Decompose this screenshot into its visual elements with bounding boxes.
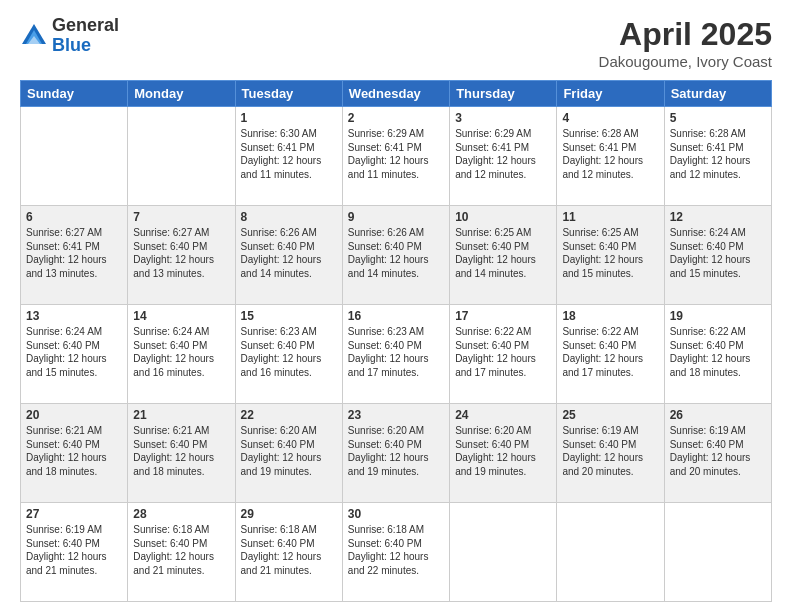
- day-info: Sunrise: 6:21 AM Sunset: 6:40 PM Dayligh…: [26, 424, 122, 478]
- calendar-cell: 27Sunrise: 6:19 AM Sunset: 6:40 PM Dayli…: [21, 503, 128, 602]
- header-sunday: Sunday: [21, 81, 128, 107]
- day-number: 11: [562, 210, 658, 224]
- day-number: 8: [241, 210, 337, 224]
- day-info: Sunrise: 6:25 AM Sunset: 6:40 PM Dayligh…: [562, 226, 658, 280]
- day-number: 24: [455, 408, 551, 422]
- day-info: Sunrise: 6:18 AM Sunset: 6:40 PM Dayligh…: [348, 523, 444, 577]
- calendar-cell: [128, 107, 235, 206]
- calendar-header-row: Sunday Monday Tuesday Wednesday Thursday…: [21, 81, 772, 107]
- day-info: Sunrise: 6:18 AM Sunset: 6:40 PM Dayligh…: [241, 523, 337, 577]
- day-info: Sunrise: 6:18 AM Sunset: 6:40 PM Dayligh…: [133, 523, 229, 577]
- calendar-cell: 9Sunrise: 6:26 AM Sunset: 6:40 PM Daylig…: [342, 206, 449, 305]
- calendar-cell: [557, 503, 664, 602]
- header-wednesday: Wednesday: [342, 81, 449, 107]
- day-number: 7: [133, 210, 229, 224]
- calendar-cell: 17Sunrise: 6:22 AM Sunset: 6:40 PM Dayli…: [450, 305, 557, 404]
- calendar-cell: 20Sunrise: 6:21 AM Sunset: 6:40 PM Dayli…: [21, 404, 128, 503]
- calendar-week-row-3: 13Sunrise: 6:24 AM Sunset: 6:40 PM Dayli…: [21, 305, 772, 404]
- day-info: Sunrise: 6:19 AM Sunset: 6:40 PM Dayligh…: [670, 424, 766, 478]
- logo: General Blue: [20, 16, 119, 56]
- day-info: Sunrise: 6:29 AM Sunset: 6:41 PM Dayligh…: [455, 127, 551, 181]
- calendar-cell: 19Sunrise: 6:22 AM Sunset: 6:40 PM Dayli…: [664, 305, 771, 404]
- day-info: Sunrise: 6:28 AM Sunset: 6:41 PM Dayligh…: [670, 127, 766, 181]
- day-info: Sunrise: 6:29 AM Sunset: 6:41 PM Dayligh…: [348, 127, 444, 181]
- calendar-week-row-1: 1Sunrise: 6:30 AM Sunset: 6:41 PM Daylig…: [21, 107, 772, 206]
- calendar-cell: 12Sunrise: 6:24 AM Sunset: 6:40 PM Dayli…: [664, 206, 771, 305]
- day-number: 9: [348, 210, 444, 224]
- day-info: Sunrise: 6:20 AM Sunset: 6:40 PM Dayligh…: [455, 424, 551, 478]
- title-block: April 2025 Dakougoume, Ivory Coast: [599, 16, 772, 70]
- day-info: Sunrise: 6:22 AM Sunset: 6:40 PM Dayligh…: [562, 325, 658, 379]
- day-number: 10: [455, 210, 551, 224]
- day-number: 19: [670, 309, 766, 323]
- calendar-cell: [664, 503, 771, 602]
- location-subtitle: Dakougoume, Ivory Coast: [599, 53, 772, 70]
- calendar-week-row-2: 6Sunrise: 6:27 AM Sunset: 6:41 PM Daylig…: [21, 206, 772, 305]
- day-number: 23: [348, 408, 444, 422]
- day-number: 12: [670, 210, 766, 224]
- day-number: 30: [348, 507, 444, 521]
- logo-text: General Blue: [52, 16, 119, 56]
- day-number: 6: [26, 210, 122, 224]
- calendar-cell: 11Sunrise: 6:25 AM Sunset: 6:40 PM Dayli…: [557, 206, 664, 305]
- day-number: 15: [241, 309, 337, 323]
- day-info: Sunrise: 6:23 AM Sunset: 6:40 PM Dayligh…: [241, 325, 337, 379]
- day-number: 27: [26, 507, 122, 521]
- calendar-cell: 2Sunrise: 6:29 AM Sunset: 6:41 PM Daylig…: [342, 107, 449, 206]
- day-number: 25: [562, 408, 658, 422]
- day-number: 26: [670, 408, 766, 422]
- day-number: 14: [133, 309, 229, 323]
- calendar-cell: 10Sunrise: 6:25 AM Sunset: 6:40 PM Dayli…: [450, 206, 557, 305]
- calendar-cell: 1Sunrise: 6:30 AM Sunset: 6:41 PM Daylig…: [235, 107, 342, 206]
- day-info: Sunrise: 6:22 AM Sunset: 6:40 PM Dayligh…: [670, 325, 766, 379]
- day-number: 4: [562, 111, 658, 125]
- logo-blue-text: Blue: [52, 36, 119, 56]
- header-tuesday: Tuesday: [235, 81, 342, 107]
- day-info: Sunrise: 6:20 AM Sunset: 6:40 PM Dayligh…: [241, 424, 337, 478]
- month-title: April 2025: [599, 16, 772, 53]
- calendar-cell: 29Sunrise: 6:18 AM Sunset: 6:40 PM Dayli…: [235, 503, 342, 602]
- calendar-cell: 24Sunrise: 6:20 AM Sunset: 6:40 PM Dayli…: [450, 404, 557, 503]
- day-number: 5: [670, 111, 766, 125]
- header-monday: Monday: [128, 81, 235, 107]
- day-number: 17: [455, 309, 551, 323]
- day-info: Sunrise: 6:30 AM Sunset: 6:41 PM Dayligh…: [241, 127, 337, 181]
- calendar-cell: 14Sunrise: 6:24 AM Sunset: 6:40 PM Dayli…: [128, 305, 235, 404]
- calendar-cell: 15Sunrise: 6:23 AM Sunset: 6:40 PM Dayli…: [235, 305, 342, 404]
- day-info: Sunrise: 6:26 AM Sunset: 6:40 PM Dayligh…: [241, 226, 337, 280]
- day-number: 21: [133, 408, 229, 422]
- header-saturday: Saturday: [664, 81, 771, 107]
- calendar-cell: 5Sunrise: 6:28 AM Sunset: 6:41 PM Daylig…: [664, 107, 771, 206]
- day-number: 28: [133, 507, 229, 521]
- calendar-week-row-4: 20Sunrise: 6:21 AM Sunset: 6:40 PM Dayli…: [21, 404, 772, 503]
- calendar-cell: 8Sunrise: 6:26 AM Sunset: 6:40 PM Daylig…: [235, 206, 342, 305]
- day-info: Sunrise: 6:24 AM Sunset: 6:40 PM Dayligh…: [133, 325, 229, 379]
- calendar-cell: 25Sunrise: 6:19 AM Sunset: 6:40 PM Dayli…: [557, 404, 664, 503]
- day-info: Sunrise: 6:27 AM Sunset: 6:41 PM Dayligh…: [26, 226, 122, 280]
- header: General Blue April 2025 Dakougoume, Ivor…: [20, 16, 772, 70]
- day-number: 20: [26, 408, 122, 422]
- page: General Blue April 2025 Dakougoume, Ivor…: [0, 0, 792, 612]
- logo-icon: [20, 22, 48, 50]
- day-info: Sunrise: 6:22 AM Sunset: 6:40 PM Dayligh…: [455, 325, 551, 379]
- logo-general-text: General: [52, 16, 119, 36]
- day-info: Sunrise: 6:27 AM Sunset: 6:40 PM Dayligh…: [133, 226, 229, 280]
- calendar-week-row-5: 27Sunrise: 6:19 AM Sunset: 6:40 PM Dayli…: [21, 503, 772, 602]
- calendar-cell: 13Sunrise: 6:24 AM Sunset: 6:40 PM Dayli…: [21, 305, 128, 404]
- calendar-cell: [450, 503, 557, 602]
- calendar-cell: 21Sunrise: 6:21 AM Sunset: 6:40 PM Dayli…: [128, 404, 235, 503]
- day-info: Sunrise: 6:23 AM Sunset: 6:40 PM Dayligh…: [348, 325, 444, 379]
- calendar-cell: 6Sunrise: 6:27 AM Sunset: 6:41 PM Daylig…: [21, 206, 128, 305]
- day-info: Sunrise: 6:24 AM Sunset: 6:40 PM Dayligh…: [670, 226, 766, 280]
- day-info: Sunrise: 6:19 AM Sunset: 6:40 PM Dayligh…: [562, 424, 658, 478]
- day-info: Sunrise: 6:19 AM Sunset: 6:40 PM Dayligh…: [26, 523, 122, 577]
- calendar-cell: 28Sunrise: 6:18 AM Sunset: 6:40 PM Dayli…: [128, 503, 235, 602]
- day-info: Sunrise: 6:25 AM Sunset: 6:40 PM Dayligh…: [455, 226, 551, 280]
- day-number: 22: [241, 408, 337, 422]
- calendar-cell: 30Sunrise: 6:18 AM Sunset: 6:40 PM Dayli…: [342, 503, 449, 602]
- header-thursday: Thursday: [450, 81, 557, 107]
- day-number: 3: [455, 111, 551, 125]
- calendar-cell: 4Sunrise: 6:28 AM Sunset: 6:41 PM Daylig…: [557, 107, 664, 206]
- calendar: Sunday Monday Tuesday Wednesday Thursday…: [20, 80, 772, 602]
- day-number: 29: [241, 507, 337, 521]
